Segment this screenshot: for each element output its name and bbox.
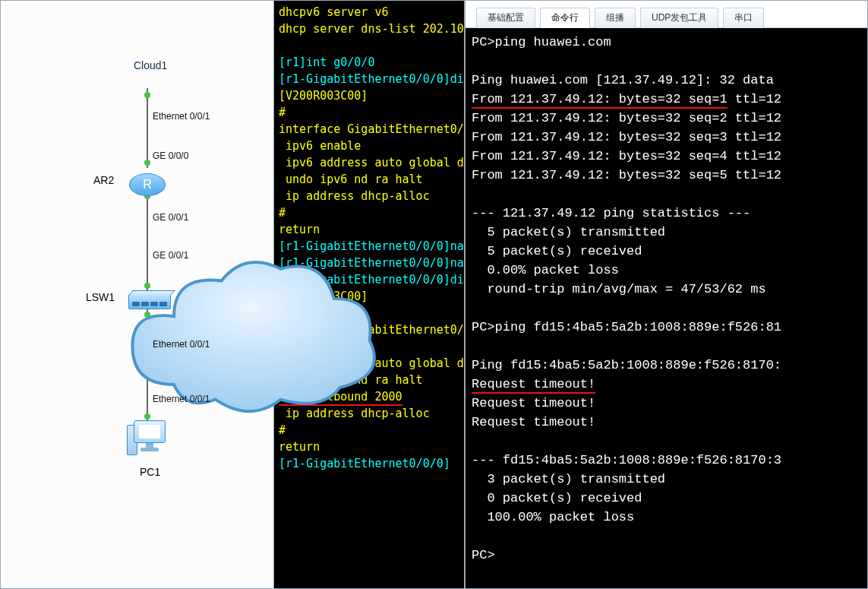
term-line: 100.00% packet loss bbox=[472, 510, 634, 524]
switch-lsw1[interactable] bbox=[128, 288, 171, 315]
iface-switch-up: GE 0/0/1 bbox=[153, 250, 188, 261]
term-line: From 121.37.49.12: bytes=32 seq=5 ttl=12 bbox=[472, 168, 781, 182]
iface-router-down: GE 0/0/1 bbox=[153, 212, 188, 223]
pc1[interactable] bbox=[128, 420, 171, 463]
topology-panel[interactable]: Cloud1 R AR2 LSW1 PC1 Ethernet 0/0/1 GE … bbox=[1, 1, 274, 588]
term-line: Request timeout! bbox=[472, 396, 595, 410]
term-line: 0 packet(s) received bbox=[472, 491, 642, 505]
term-line: From 121.37.49.12: bytes=32 seq=2 ttl=12 bbox=[472, 111, 781, 125]
cfg-line: dhcpv6 server v6 bbox=[279, 5, 389, 19]
iface-pc-up: Ethernet 0/0/1 bbox=[153, 394, 210, 404]
term-line: 5 packet(s) received bbox=[472, 244, 642, 258]
cfg-line: dhcp server dns-list 202.102.21 bbox=[279, 22, 466, 36]
term-line: ttl=12 bbox=[728, 92, 781, 106]
tab-udp-tool[interactable]: UDP发包工具 bbox=[640, 8, 718, 28]
pc-terminal-window: 基础配置 命令行 组播 UDP发包工具 串口 PC>ping huawei.co… bbox=[466, 1, 867, 588]
term-line: Ping huawei.com [121.37.49.12]: 32 data bbox=[472, 73, 781, 87]
term-line: 5 packet(s) transmitted bbox=[472, 225, 665, 239]
pc-cli[interactable]: PC>ping huawei.com Ping huawei.com [121.… bbox=[466, 28, 867, 588]
term-line: Ping fd15:4ba5:5a2b:1008:889e:f526:8170: bbox=[472, 358, 781, 372]
router-ar2[interactable]: R bbox=[129, 166, 166, 203]
term-line: Request timeout! bbox=[472, 415, 595, 429]
pc-tabbar: 基础配置 命令行 组播 UDP发包工具 串口 bbox=[466, 1, 867, 28]
router-icon: R bbox=[129, 173, 166, 196]
cloud-label: Cloud1 bbox=[134, 59, 167, 71]
switch-label: LSW1 bbox=[86, 291, 115, 303]
tab-command-line[interactable]: 命令行 bbox=[540, 8, 590, 28]
term-line: --- 121.37.49.12 ping statistics --- bbox=[472, 206, 750, 220]
pc-monitor-icon bbox=[134, 420, 166, 443]
term-line: 3 packet(s) transmitted bbox=[472, 472, 665, 486]
cloud-icon[interactable] bbox=[115, 46, 387, 589]
app-root: Cloud1 R AR2 LSW1 PC1 Ethernet 0/0/1 GE … bbox=[0, 0, 868, 589]
iface-switch-down: Ethernet 0/0/1 bbox=[153, 339, 210, 350]
term-line: PC> bbox=[472, 548, 495, 562]
term-line: From 121.37.49.12: bytes=32 seq=4 ttl=12 bbox=[472, 149, 781, 163]
term-line: 0.00% packet loss bbox=[472, 263, 619, 277]
iface-cloud-down: Ethernet 0/0/1 bbox=[153, 111, 210, 122]
term-line: From 121.37.49.12: bytes=32 seq=3 ttl=12 bbox=[472, 130, 781, 144]
tab-basic-config[interactable]: 基础配置 bbox=[476, 8, 535, 28]
term-line: PC>ping huawei.com bbox=[472, 35, 611, 49]
term-line-highlight: Request timeout! bbox=[472, 377, 595, 394]
tab-multicast[interactable]: 组播 bbox=[595, 8, 636, 28]
pc-label: PC1 bbox=[140, 466, 160, 478]
switch-icon bbox=[128, 294, 171, 309]
term-line: --- fd15:4ba5:5a2b:1008:889e:f526:8170:3 bbox=[472, 453, 781, 467]
iface-router-up: GE 0/0/0 bbox=[153, 150, 188, 161]
router-label: AR2 bbox=[93, 174, 114, 186]
term-line: round-trip min/avg/max = 47/53/62 ms bbox=[472, 282, 766, 296]
tab-serial[interactable]: 串口 bbox=[723, 8, 764, 28]
term-line: PC>ping fd15:4ba5:5a2b:1008:889e:f526:81 bbox=[472, 320, 781, 334]
term-line-highlight: From 121.37.49.12: bytes=32 seq=1 bbox=[472, 92, 728, 109]
